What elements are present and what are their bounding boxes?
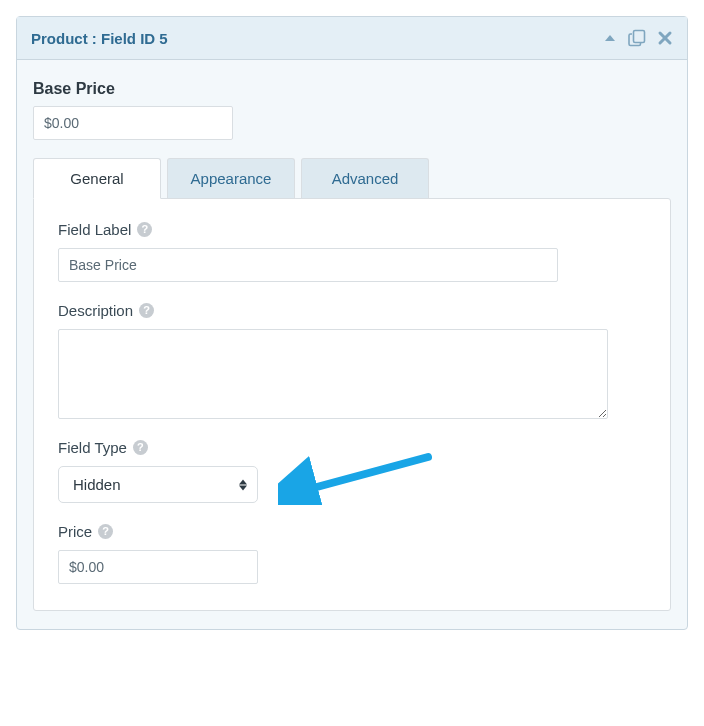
tab-bar: General Appearance Advanced <box>33 158 671 198</box>
field-label-label: Field Label <box>58 221 131 238</box>
field-type-select-wrap: Hidden <box>58 466 258 503</box>
description-label: Description <box>58 302 133 319</box>
tab-advanced[interactable]: Advanced <box>301 158 429 198</box>
help-icon[interactable]: ? <box>133 440 148 455</box>
price-label: Price <box>58 523 92 540</box>
tab-general[interactable]: General <box>33 158 161 199</box>
field-label-input[interactable] <box>58 248 558 282</box>
preview-label: Base Price <box>33 80 671 98</box>
panel-header: Product : Field ID 5 <box>17 17 687 60</box>
preview-price-input[interactable] <box>33 106 233 140</box>
tab-appearance[interactable]: Appearance <box>167 158 295 198</box>
price-input[interactable] <box>58 550 258 584</box>
duplicate-icon[interactable] <box>627 29 647 47</box>
tab-content-general: Field Label ? Description ? <box>33 198 671 611</box>
panel-title: Product : Field ID 5 <box>31 30 168 47</box>
help-icon[interactable]: ? <box>139 303 154 318</box>
panel-header-icons <box>603 29 673 47</box>
field-settings-panel: Product : Field ID 5 <box>16 16 688 630</box>
description-textarea[interactable] <box>58 329 608 419</box>
svg-rect-0 <box>634 31 645 43</box>
collapse-icon[interactable] <box>603 32 617 44</box>
field-type-label: Field Type <box>58 439 127 456</box>
help-icon[interactable]: ? <box>137 222 152 237</box>
field-type-select[interactable]: Hidden <box>59 467 257 502</box>
close-icon[interactable] <box>657 30 673 46</box>
svg-line-3 <box>302 457 428 491</box>
panel-body: Base Price General Appearance Advanced F… <box>17 60 687 629</box>
annotation-arrow-icon <box>278 449 438 505</box>
help-icon[interactable]: ? <box>98 524 113 539</box>
